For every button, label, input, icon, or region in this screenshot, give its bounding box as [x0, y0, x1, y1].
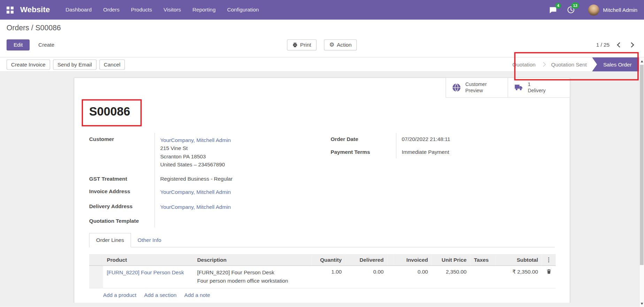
customer-link[interactable]: YourCompany, Mitchell Admin — [160, 137, 231, 143]
cell-subtotal: ₹ 2,350.00 — [496, 266, 542, 288]
odoo-backend: Website Dashboard Orders Products Visito… — [0, 0, 644, 307]
header-description[interactable]: Description — [193, 254, 312, 266]
messages-badge: 4 — [555, 3, 561, 9]
gst-treatment-value: Registered Business - Regular — [155, 172, 313, 185]
nav-item-orders[interactable]: Orders — [97, 0, 125, 20]
trash-icon — [546, 269, 551, 275]
center-actions: Print ⚙ Action — [287, 39, 357, 50]
header-unit-price[interactable]: Unit Price — [432, 254, 470, 266]
breadcrumb-separator: / — [31, 24, 33, 32]
print-button[interactable]: Print — [287, 39, 317, 50]
payment-terms-value: Immediate Payment — [396, 145, 555, 158]
edit-button[interactable]: Edit — [7, 39, 30, 50]
status-pipeline: Quotation Quotation Sent Sales Order — [507, 57, 639, 71]
user-menu[interactable]: Mitchell Admin — [588, 4, 637, 15]
breadcrumb-current: S00086 — [35, 24, 61, 32]
add-a-section-link[interactable]: Add a section — [144, 292, 177, 298]
breadcrumb-orders-link[interactable]: Orders — [7, 24, 29, 32]
customer-preview-button[interactable]: Customer Preview — [446, 78, 508, 98]
field-group-right: Order Date 07/20/2022 21:48:11 Payment T… — [331, 133, 555, 227]
content-area: Customer Preview 1 Delivery S00086 — [0, 72, 644, 303]
cancel-button[interactable]: Cancel — [99, 59, 125, 69]
breadcrumb: Orders / S00086 — [7, 24, 637, 33]
brand-website[interactable]: Website — [20, 5, 50, 14]
header-delivered[interactable]: Delivered — [345, 254, 387, 266]
product-link[interactable]: [FURN_8220] Four Person Desk — [107, 269, 184, 276]
nav-item-products[interactable]: Products — [125, 0, 158, 20]
pager: 1 / 25 — [596, 39, 637, 50]
header-invoiced[interactable]: Invoiced — [394, 254, 431, 266]
stage-quotation[interactable]: Quotation — [507, 61, 541, 68]
customer-value: YourCompany, Mitchell Admin 215 Vine St … — [155, 133, 313, 172]
gear-icon: ⚙ — [329, 42, 335, 47]
gst-treatment-label: GST Treatment — [89, 172, 155, 185]
chevron-right-icon — [629, 42, 634, 47]
navbar-right-cluster: 4 13 Mitchell Admin — [539, 4, 637, 15]
delivery-address-link[interactable]: YourCompany, Mitchell Admin — [160, 204, 231, 210]
header-product[interactable]: Product — [103, 254, 193, 266]
table-header-row: Product Description Quantity Delivered I… — [89, 254, 556, 266]
nav-item-visitors[interactable]: Visitors — [158, 0, 187, 20]
action-button[interactable]: ⚙ Action — [324, 39, 357, 50]
create-button[interactable]: Create — [33, 39, 60, 50]
delete-line-button[interactable] — [546, 269, 551, 276]
add-a-product-link[interactable]: Add a product — [103, 292, 136, 298]
apps-menu-icon[interactable] — [7, 6, 14, 13]
cell-invoiced: 0.00 — [394, 266, 431, 288]
row-drag-handle[interactable] — [89, 266, 103, 288]
form-sheet: Customer Preview 1 Delivery S00086 — [74, 78, 570, 303]
customer-address-line2: Scranton PA 18503 — [160, 152, 314, 161]
printer-icon — [292, 42, 298, 47]
delivery-address-label: Delivery Address — [89, 200, 155, 214]
stage-sales-order-active[interactable]: Sales Order — [592, 57, 639, 71]
scrollbar-up-arrow[interactable] — [639, 58, 644, 64]
vertical-scrollbar[interactable] — [639, 58, 644, 307]
header-quantity[interactable]: Quantity — [312, 254, 346, 266]
activities-button[interactable]: 13 — [567, 6, 575, 14]
cell-quantity: 1.00 — [312, 266, 346, 288]
header-handle — [89, 254, 103, 266]
top-navbar: Website Dashboard Orders Products Visito… — [0, 0, 644, 20]
control-panel: Orders / S00086 Edit Create Print ⚙ Acti… — [0, 20, 644, 57]
cell-spacer — [387, 266, 394, 288]
globe-icon — [452, 83, 461, 92]
delivery-address-value: YourCompany, Mitchell Admin — [155, 200, 313, 214]
field-groups: Customer YourCompany, Mitchell Admin 215… — [89, 133, 555, 227]
delivery-count: 1 — [528, 81, 530, 87]
pager-next-button[interactable] — [626, 39, 637, 50]
tab-other-info[interactable]: Other Info — [131, 233, 168, 247]
order-line-row[interactable]: [FURN_8220] Four Person Desk [FURN_8220]… — [89, 266, 556, 288]
tab-order-lines[interactable]: Order Lines — [89, 233, 131, 247]
cell-delivered: 0.00 — [345, 266, 387, 288]
messages-button[interactable]: 4 — [549, 6, 557, 14]
stage-quotation-sent[interactable]: Quotation Sent — [546, 61, 592, 68]
scrollbar-down-arrow[interactable] — [639, 301, 644, 306]
customer-address-line3: United States – 234567890 — [160, 161, 314, 169]
scrollbar-thumb[interactable] — [640, 65, 644, 265]
cell-delete — [542, 266, 556, 288]
header-taxes[interactable]: Taxes — [470, 254, 496, 266]
send-by-email-button[interactable]: Send by Email — [53, 59, 97, 69]
order-date-value: 07/20/2022 21:48:11 — [396, 133, 555, 146]
stat-button-box: Customer Preview 1 Delivery — [446, 78, 570, 98]
notebook-tabs: Order Lines Other Info — [89, 233, 555, 247]
control-panel-buttons-row: Edit Create Print ⚙ Action 1 / 25 — [7, 39, 637, 51]
pager-previous-button[interactable] — [614, 39, 626, 50]
nav-item-configuration[interactable]: Configuration — [221, 0, 264, 20]
header-spacer — [387, 254, 394, 266]
activities-badge: 13 — [571, 2, 579, 8]
nav-item-reporting[interactable]: Reporting — [187, 0, 221, 20]
delivery-button[interactable]: 1 Delivery — [508, 78, 570, 98]
chevron-left-icon — [617, 42, 622, 47]
stage-separator-icon — [541, 62, 545, 66]
customer-label: Customer — [89, 133, 155, 172]
optional-columns-toggle-icon: ⋮ — [542, 254, 556, 266]
create-invoice-button[interactable]: Create Invoice — [7, 59, 50, 69]
avatar — [588, 4, 599, 15]
customer-address-line1: 215 Vine St — [160, 144, 314, 153]
nav-item-dashboard[interactable]: Dashboard — [60, 0, 98, 20]
header-subtotal[interactable]: Subtotal — [496, 254, 542, 266]
add-a-note-link[interactable]: Add a note — [184, 292, 210, 298]
invoice-address-link[interactable]: YourCompany, Mitchell Admin — [160, 189, 231, 195]
truck-icon — [514, 83, 523, 92]
